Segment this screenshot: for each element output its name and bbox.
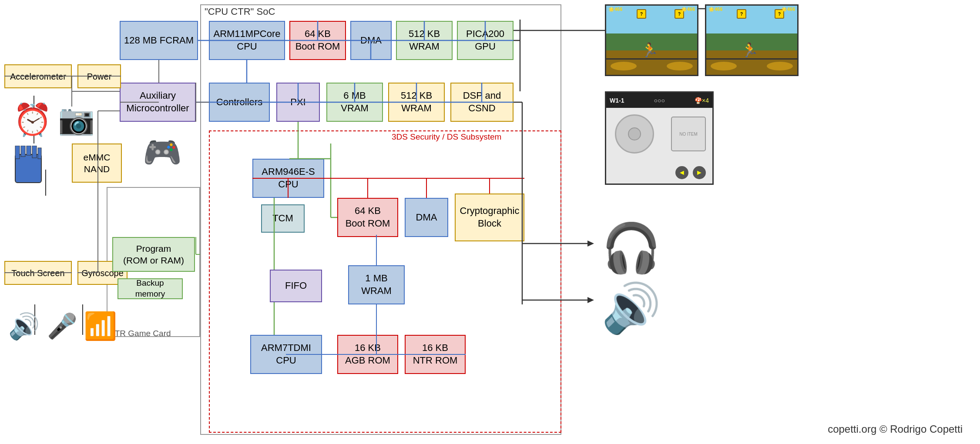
diagram: "CPU CTR" SoC CTR Game Card 3DS Security… <box>0 0 980 444</box>
wram-512-mid-box: 512 KBWRAM <box>388 83 445 122</box>
soc-label: "CPU CTR" SoC <box>205 6 275 17</box>
backup-memory-box: Backup memory <box>117 278 183 299</box>
crypto-box: CryptographicBlock <box>455 194 524 241</box>
wifi-icon: 📶 <box>81 309 120 344</box>
touch-screen-box: Touch Screen <box>4 261 72 285</box>
emmc-nand-box: eMMCNAND <box>72 144 122 183</box>
boot-rom-sec-box: 64 KBBoot ROM <box>337 198 398 237</box>
accelerometer-box: Accelerometer <box>4 64 72 88</box>
fifo-box: FIFO <box>270 270 322 302</box>
wram-1mb-box: 1 MBWRAM <box>348 265 405 304</box>
gamepad-icon: 🎮 <box>126 133 198 172</box>
controllers-box: Controllers <box>209 83 270 122</box>
ntr-rom-box: 16 KBNTR ROM <box>405 335 466 374</box>
svg-rect-69 <box>38 148 41 159</box>
top-screen-left: ? ? 🌟466 🌟466 🏃 <box>605 4 698 76</box>
dma-top-box: DMA <box>350 21 392 60</box>
pica200-box: PICA200GPU <box>457 21 513 60</box>
attribution: copetti.org © Rodrigo Copetti <box>828 423 963 435</box>
tcm-box: TCM <box>261 204 305 233</box>
arm11-box: ARM11MPCoreCPU <box>209 21 285 60</box>
boot-rom-top-box: 64 KBBoot ROM <box>289 21 346 60</box>
svg-rect-65 <box>15 146 20 159</box>
program-box: Program(ROM or RAM) <box>112 237 195 272</box>
headphones-icon: 🎧 <box>592 213 670 283</box>
bottom-screen: W1-1 ○○○ 🍄×4 NO ITEM ◄ ► <box>605 91 714 185</box>
clock-icon: ⏰ <box>13 100 52 139</box>
svg-rect-67 <box>27 146 31 155</box>
svg-rect-68 <box>32 146 37 158</box>
pxi-box: PXI <box>276 83 320 122</box>
wram-512-top-box: 512 KBWRAM <box>396 21 453 60</box>
microphone-icon: 🎤 <box>47 309 77 344</box>
top-screen-right: ? ? 🌟466 🌟466 🏃 <box>705 4 799 76</box>
aux-micro-box: AuxiliaryMicrocontroller <box>120 83 196 122</box>
arm7tdmi-box: ARM7TDMICPU <box>250 335 322 374</box>
agb-rom-box: 16 KBAGB ROM <box>337 335 398 374</box>
security-label: 3DS Security / DS Subsystem <box>392 132 501 142</box>
fcram-box: 128 MB FCRAM <box>120 21 198 60</box>
sd-card-icon <box>9 144 48 187</box>
power-box: Power <box>77 64 121 88</box>
speaker-left-icon: 🔊 <box>7 309 41 344</box>
arm946-box: ARM946E-SCPU <box>252 159 324 198</box>
dsp-csnd-box: DSP andCSND <box>450 83 513 122</box>
dma-sec-box: DMA <box>405 198 448 237</box>
camera-icon: 📷 <box>57 100 96 139</box>
svg-rect-66 <box>21 146 25 157</box>
vram-6mb-box: 6 MBVRAM <box>326 83 383 122</box>
speaker-right-icon: 🔊 <box>592 277 670 338</box>
